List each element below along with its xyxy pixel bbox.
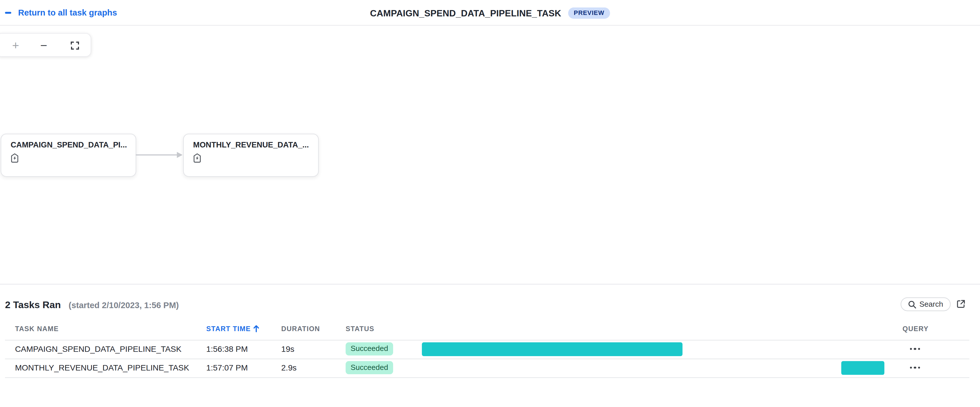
duration-cell: 19s (281, 339, 294, 358)
status-badge: Succeeded (346, 343, 393, 355)
task-icon (11, 153, 19, 163)
node-label: MONTHLY_REVENUE_DATA_... (193, 141, 311, 149)
ellipsis-icon (910, 367, 912, 369)
node-label: CAMPAIGN_SPEND_DATA_PI... (11, 141, 128, 149)
task-name-cell: MONTHLY_REVENUE_DATA_PIPELINE_TASK (15, 358, 189, 377)
gantt-bar[interactable] (841, 361, 884, 375)
column-header-task-name[interactable]: TASK NAME (15, 325, 59, 332)
start-time-cell: 1:57:07 PM (206, 358, 248, 377)
column-header-duration[interactable]: DURATION (281, 325, 320, 332)
page-title: CAMPAIGN_SPEND_DATA_PIPELINE_TASK (370, 8, 561, 18)
graph-zoom-toolbar: + − (0, 33, 91, 57)
tasks-started-time: (started 2/10/2023, 1:56 PM) (69, 300, 179, 310)
column-header-query: QUERY (902, 325, 929, 332)
tasks-ran-heading: 2 Tasks Ran (started 2/10/2023, 1:56 PM) (5, 299, 178, 310)
search-button-label: Search (920, 300, 943, 308)
start-time-cell: 1:56:38 PM (206, 339, 248, 358)
top-header: Return to all task graphs CAMPAIGN_SPEND… (0, 0, 980, 25)
row-divider (5, 377, 969, 378)
status-cell: Succeeded (346, 339, 393, 358)
header-title-group: CAMPAIGN_SPEND_DATA_PIPELINE_TASK PREVIE… (370, 0, 610, 25)
open-in-new-icon[interactable] (956, 299, 966, 309)
search-icon (908, 300, 916, 308)
task-graph-page: Return to all task graphs CAMPAIGN_SPEND… (0, 0, 980, 407)
status-badge: Succeeded (346, 361, 393, 374)
sort-ascending-icon (253, 325, 260, 332)
preview-badge: PREVIEW (568, 7, 610, 18)
panel-divider (0, 284, 980, 285)
duration-cell: 2.9s (281, 358, 296, 377)
collapse-dash-icon[interactable] (5, 12, 11, 14)
gantt-bar[interactable] (422, 342, 682, 356)
graph-edge-arrow (136, 151, 183, 159)
status-cell: Succeeded (346, 358, 393, 377)
task-icon (193, 153, 201, 163)
query-menu-button[interactable] (902, 339, 928, 358)
column-header-start-time[interactable]: START TIME (206, 325, 259, 332)
table-row[interactable]: MONTHLY_REVENUE_DATA_PIPELINE_TASK 1:57:… (0, 358, 980, 377)
ellipsis-icon (910, 348, 912, 350)
return-link[interactable]: Return to all task graphs (18, 8, 117, 17)
fit-to-screen-button[interactable] (65, 33, 84, 57)
zoom-out-button[interactable]: − (35, 33, 53, 57)
zoom-in-button[interactable]: + (6, 33, 25, 57)
table-row[interactable]: CAMPAIGN_SPEND_DATA_PIPELINE_TASK 1:56:3… (0, 339, 980, 358)
tasks-count: 2 Tasks Ran (5, 299, 60, 310)
back-navigation[interactable]: Return to all task graphs (5, 0, 117, 25)
task-name-cell: CAMPAIGN_SPEND_DATA_PIPELINE_TASK (15, 339, 181, 358)
column-header-status[interactable]: STATUS (346, 325, 374, 332)
fit-to-screen-icon (71, 41, 80, 50)
search-button[interactable]: Search (900, 297, 951, 311)
query-menu-button[interactable] (902, 358, 928, 377)
graph-node-campaign-spend[interactable]: CAMPAIGN_SPEND_DATA_PI... (1, 134, 136, 177)
graph-node-monthly-revenue[interactable]: MONTHLY_REVENUE_DATA_... (183, 134, 319, 177)
